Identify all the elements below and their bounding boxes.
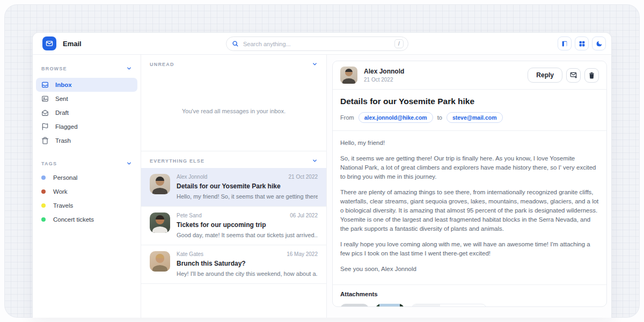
search-bar[interactable]: / xyxy=(226,36,408,51)
reading-pane-button[interactable] xyxy=(558,36,572,50)
detail-actions: Reply xyxy=(528,68,599,83)
mail-preview: Hello, my friend! So, it seems that we a… xyxy=(177,193,318,200)
detail-header: Alex Jonnold 21 Oct 2022 Reply xyxy=(333,61,606,90)
draft-icon xyxy=(41,109,49,116)
mail-sender: Pete Sand xyxy=(177,213,202,218)
tag-item-personal[interactable]: Personal xyxy=(41,171,132,185)
sidebar-item-inbox[interactable]: Inbox xyxy=(36,78,137,92)
mail-sender: Alex Jonnold xyxy=(177,174,207,180)
app-title: Email xyxy=(63,40,82,48)
tag-item-travels[interactable]: Travels xyxy=(41,199,132,213)
tag-color-dot xyxy=(41,189,46,194)
tag-item-work[interactable]: Work xyxy=(41,185,132,199)
apps-grid-button[interactable] xyxy=(575,36,589,50)
mail-list-item-alex[interactable]: Alex Jonnold 21 Oct 2022 Details for our… xyxy=(141,168,326,207)
chevron-down-icon[interactable] xyxy=(126,65,132,71)
delete-email-button[interactable] xyxy=(584,68,599,83)
tag-label: Work xyxy=(53,188,68,195)
envelope-logo-icon xyxy=(46,40,53,47)
sidebar-item-trash[interactable]: Trash xyxy=(36,134,137,148)
chevron-down-icon[interactable] xyxy=(126,160,132,166)
search-shortcut-badge: / xyxy=(394,39,404,48)
from-label: From xyxy=(340,114,354,121)
email-body: Hello, my friend! So, it seems we are ge… xyxy=(333,131,606,285)
mail-subject: Details for our Yosemite Park hike xyxy=(177,182,318,190)
attachment-image-valley[interactable] xyxy=(340,304,369,307)
detail-subject: Details for our Yosemite Park hike xyxy=(340,97,599,106)
browse-section-header: BROWSE xyxy=(41,61,132,76)
detail-subject-block: Details for our Yosemite Park hike From … xyxy=(333,90,606,131)
mail-sender: Kate Gates xyxy=(177,251,203,257)
email-paragraph: I really hope you love coming along with… xyxy=(340,240,599,258)
tags-section-header: TAGS xyxy=(41,156,132,171)
sidebar-item-label: Draft xyxy=(55,109,69,116)
detail-sender-name: Alex Jonnold xyxy=(364,68,404,75)
unread-empty-message: You've read all messages in your inbox. xyxy=(182,108,286,114)
email-paragraph: So, it seems we are getting there! Our t… xyxy=(340,154,599,181)
tag-label: Concert tickets xyxy=(53,216,94,223)
trash-icon xyxy=(588,72,595,79)
sidebar: BROWSE Inbox Sent xyxy=(33,55,141,318)
email-app-window: Email / xyxy=(32,32,612,318)
mail-date: 06 Jul 2022 xyxy=(290,213,318,218)
sidebar-item-sent[interactable]: Sent xyxy=(36,92,137,106)
tag-color-dot xyxy=(41,203,46,208)
mail-list-pane: UNREAD You've read all messages in your … xyxy=(141,55,327,318)
everything-else-header: EVERYTHING ELSE xyxy=(141,151,326,168)
envelope-plus-icon xyxy=(570,71,577,79)
reply-button[interactable]: Reply xyxy=(528,68,562,83)
sidebar-item-flagged[interactable]: Flagged xyxy=(36,120,137,134)
from-email-chip[interactable]: alex.jonnold@hike.com xyxy=(358,112,433,123)
mail-detail-card: Alex Jonnold 21 Oct 2022 Reply xyxy=(332,61,607,307)
sent-icon xyxy=(41,95,49,103)
unread-label: UNREAD xyxy=(150,62,174,67)
tags-section: TAGS Personal Work Travels xyxy=(41,156,132,226)
mail-date: 21 Oct 2022 xyxy=(289,174,318,180)
flag-icon xyxy=(41,123,49,130)
sender-avatar xyxy=(340,67,357,84)
topbar-actions xyxy=(558,36,606,50)
detail-from-row: From alex.jonnold@hike.com to steve@mail… xyxy=(340,112,599,123)
inbox-icon xyxy=(41,81,49,89)
moon-icon xyxy=(596,40,603,47)
to-email-chip[interactable]: steve@mail.com xyxy=(447,112,503,123)
sender-avatar xyxy=(150,213,170,233)
detail-date: 21 Oct 2022 xyxy=(364,77,404,83)
tag-label: Travels xyxy=(53,202,73,209)
chevron-down-icon[interactable] xyxy=(312,61,318,67)
email-paragraph: There are plenty of amazing things to se… xyxy=(340,188,599,233)
search-input[interactable] xyxy=(243,41,390,47)
sender-avatar xyxy=(150,251,170,272)
unread-section-header: UNREAD xyxy=(141,55,326,71)
email-paragraph: See you soon, Alex Jonnold xyxy=(340,265,599,274)
mail-detail-pane: Alex Jonnold 21 Oct 2022 Reply xyxy=(327,55,611,318)
mail-list-item-pete[interactable]: Pete Sand 06 Jul 2022 Tickets for our up… xyxy=(141,207,326,245)
tags-label: TAGS xyxy=(41,161,57,166)
forward-email-button[interactable] xyxy=(566,68,581,83)
unread-empty-state: You've read all messages in your inbox. xyxy=(141,71,326,151)
mail-preview: Good day, mate! It seems that our ticket… xyxy=(177,232,318,238)
sender-avatar xyxy=(150,174,170,194)
mail-list-item-kate[interactable]: Kate Gates 16 May 2022 Brunch this Satur… xyxy=(141,245,326,284)
tag-label: Personal xyxy=(53,174,77,181)
mail-preview: Hey! I'll be around the city this weeken… xyxy=(177,270,318,277)
email-paragraph: Hello, my friend! xyxy=(340,138,599,148)
grid-icon xyxy=(579,40,586,47)
browse-label: BROWSE xyxy=(41,66,67,71)
app-logo xyxy=(42,36,56,50)
everything-else-section: EVERYTHING ELSE Alex Jonnold 21 Oct 2022… xyxy=(141,151,326,284)
attachment-file-card[interactable]: videos-hike.zip 100 MB xyxy=(411,304,487,307)
tag-color-dot xyxy=(41,175,46,180)
sidebar-item-label: Flagged xyxy=(55,123,78,130)
chevron-down-icon[interactable] xyxy=(312,158,318,164)
tag-item-concert-tickets[interactable]: Concert tickets xyxy=(41,213,132,226)
everything-else-label: EVERYTHING ELSE xyxy=(150,158,204,164)
mail-subject: Tickets for our upcoming trip xyxy=(177,221,318,229)
search-icon xyxy=(232,40,239,47)
attachment-image-half-dome[interactable] xyxy=(376,304,404,307)
sidebar-item-draft[interactable]: Draft xyxy=(36,106,137,120)
browse-nav: Inbox Sent Draft xyxy=(41,78,132,148)
dark-mode-button[interactable] xyxy=(592,36,606,50)
sidebar-item-label: Trash xyxy=(55,137,71,144)
sidebar-item-label: Inbox xyxy=(55,82,72,88)
